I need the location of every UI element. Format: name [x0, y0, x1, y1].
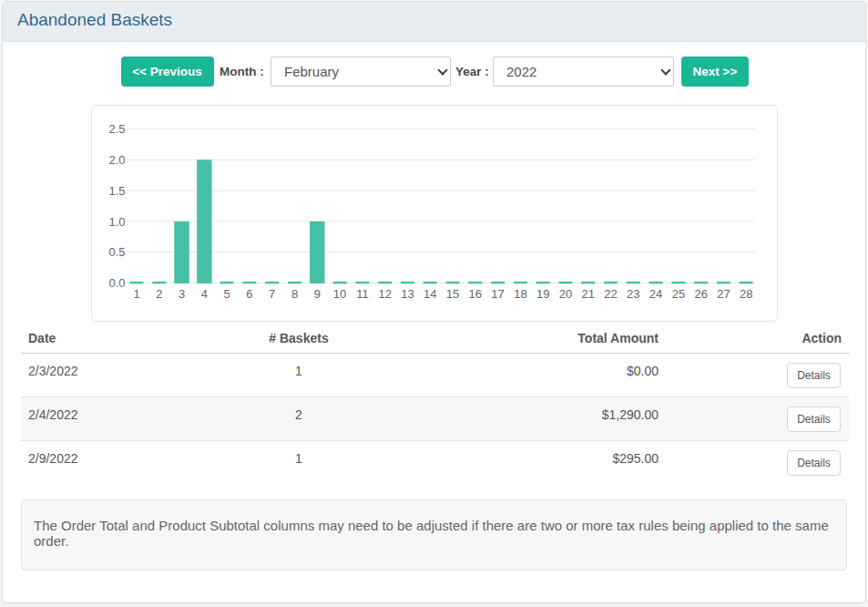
svg-text:19: 19	[536, 287, 548, 301]
svg-text:1.0: 1.0	[108, 215, 125, 229]
svg-text:25: 25	[671, 287, 684, 301]
svg-text:17: 17	[491, 287, 504, 301]
svg-text:3: 3	[178, 287, 184, 301]
svg-text:11: 11	[356, 287, 369, 301]
svg-text:23: 23	[627, 287, 639, 301]
svg-text:2.5: 2.5	[108, 122, 125, 136]
svg-text:20: 20	[558, 287, 571, 301]
svg-text:0.0: 0.0	[108, 276, 125, 290]
svg-text:1.5: 1.5	[108, 184, 125, 198]
svg-text:1: 1	[133, 287, 139, 301]
svg-text:26: 26	[694, 287, 707, 301]
svg-text:10: 10	[332, 287, 345, 301]
svg-text:18: 18	[514, 287, 526, 301]
svg-text:15: 15	[445, 287, 458, 301]
svg-text:12: 12	[378, 287, 391, 301]
svg-text:2: 2	[156, 287, 162, 301]
svg-text:22: 22	[604, 287, 617, 301]
svg-text:0.5: 0.5	[108, 245, 125, 259]
svg-text:5: 5	[223, 287, 230, 301]
svg-text:14: 14	[423, 287, 435, 301]
svg-text:2.0: 2.0	[108, 153, 125, 167]
svg-text:8: 8	[291, 287, 297, 301]
svg-text:4: 4	[200, 287, 207, 301]
svg-text:24: 24	[648, 287, 661, 301]
svg-text:9: 9	[313, 287, 320, 301]
svg-text:7: 7	[269, 287, 275, 301]
svg-text:13: 13	[401, 287, 414, 301]
svg-text:27: 27	[717, 287, 730, 301]
svg-text:16: 16	[468, 287, 481, 301]
svg-text:21: 21	[581, 287, 594, 301]
svg-text:6: 6	[246, 287, 252, 301]
svg-text:28: 28	[739, 287, 751, 301]
